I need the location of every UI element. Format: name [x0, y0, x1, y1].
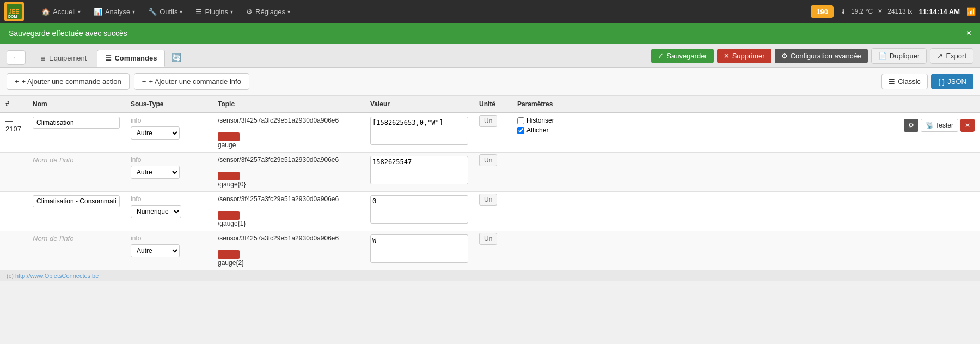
topic-redbox [218, 132, 240, 141]
accueil-caret: ▾ [78, 9, 81, 15]
commandes-icon: ☰ [105, 54, 112, 62]
historiser-checkbox[interactable] [517, 117, 524, 124]
svg-text:JEE: JEE [9, 9, 19, 15]
cell-name: Nom de l'info [27, 231, 125, 270]
add-action-command-button[interactable]: + + Ajouter une commande action [7, 73, 130, 90]
topic-path: /sensor/3f4257a3fc29e51a2930d0a906e6 [218, 156, 359, 164]
plus-icon-action: + [15, 77, 19, 86]
export-button[interactable]: ↗ Export [930, 48, 973, 64]
afficher-label: Afficher [517, 126, 554, 134]
sous-type-select[interactable]: Numérique [131, 205, 181, 218]
footer: (c) http://www.ObjetsConnectes.be [0, 270, 980, 281]
param-buttons: ⚙ 📡 Tester ✕ [904, 119, 975, 132]
back-button[interactable]: ← [7, 50, 26, 65]
name-placeholder: Nom de l'info [33, 156, 74, 164]
reglages-icon: ⚙ [246, 8, 253, 16]
cell-sous-type: info Numérique [125, 192, 212, 231]
table-row: info Numérique /sensor/3f4257a3fc29e51a2… [0, 192, 980, 231]
classic-view-button[interactable]: ☰ Classic [881, 74, 928, 89]
cell-name [27, 113, 125, 153]
cell-topic: /sensor/3f4257a3fc29e51a2930d0a906e6 gau… [212, 231, 365, 270]
weather-display: 🌡 19.2 °C ☀ 24113 lx [840, 8, 912, 15]
valeur-input[interactable]: [1582625653,0,"W"] [370, 117, 468, 145]
topic-suffix: /gauge{0} [218, 180, 359, 188]
analyse-caret: ▾ [132, 9, 135, 15]
row-delete-button[interactable]: ✕ [960, 119, 975, 132]
cell-unite: Un [474, 113, 512, 153]
delete-icon: ✕ [724, 52, 730, 60]
topnav-right: 190 🌡 19.2 °C ☀ 24113 lx 11:14:14 AM 📶 [811, 5, 976, 18]
logo-icon: JEE DOM [4, 2, 24, 21]
json-view-button[interactable]: { } JSON [931, 74, 973, 89]
home-icon: 🏠 [41, 8, 50, 16]
light-value: 24113 lx [887, 8, 912, 15]
cell-valeur: 1582625547 [365, 153, 474, 192]
refresh-button[interactable]: 🔄 [167, 50, 186, 65]
sous-type-label: info [131, 117, 207, 124]
commands-table-area: # Nom Sous-Type Topic Valeur Unité Param… [0, 96, 980, 270]
col-sous-type: Sous-Type [125, 96, 212, 113]
col-unite: Unité [474, 96, 512, 113]
analyse-icon: 📊 [94, 8, 102, 16]
success-notification: Sauvegarde effectuée avec succès × [0, 23, 980, 44]
save-button[interactable]: ✓ Sauvegarder [651, 49, 713, 63]
sous-type-select[interactable]: Autre [131, 166, 180, 179]
nav-accueil[interactable]: 🏠 Accueil ▾ [35, 0, 87, 23]
topic-path: /sensor/3f4257a3fc29e51a2930d0a906e6 [218, 117, 359, 124]
row-id: 2107 [5, 125, 21, 133]
close-notification-button[interactable]: × [966, 28, 971, 38]
sous-type-select[interactable]: Autre [131, 244, 180, 257]
topic-path: /sensor/3f4257a3fc29e51a2930d0a906e6 [218, 234, 359, 242]
name-placeholder: Nom de l'info [33, 234, 74, 243]
svg-text:DOM: DOM [8, 15, 17, 19]
plus-icon-info: + [142, 77, 146, 86]
antenna-icon: 📡 [926, 122, 934, 129]
valeur-input[interactable]: 0 [370, 195, 468, 224]
tab-commandes[interactable]: ☰ Commandes [97, 50, 165, 67]
sous-type-label: info [131, 195, 207, 203]
logo[interactable]: JEE DOM [4, 2, 26, 21]
footer-link[interactable]: http://www.ObjetsConnectes.be [15, 273, 99, 279]
cell-valeur: [1582625653,0,"W"] [365, 113, 474, 153]
cell-sous-type: info Autre [125, 153, 212, 192]
sous-type-label: info [131, 234, 207, 242]
sous-type-select[interactable]: Autre [131, 126, 180, 140]
tab-equipement[interactable]: 🖥 Equipement [31, 50, 95, 66]
nav-reglages[interactable]: ⚙ Réglages ▾ [240, 0, 297, 23]
duplicate-button[interactable]: 📄 Dupliquer [871, 48, 927, 64]
name-input[interactable] [33, 117, 120, 129]
outils-caret: ▾ [180, 9, 182, 15]
add-info-command-button[interactable]: + + Ajouter une commande info [134, 73, 249, 90]
save-icon: ✓ [658, 52, 664, 60]
tester-button[interactable]: 📡 Tester [921, 119, 958, 132]
cell-sous-type: info Autre [125, 113, 212, 153]
row-minus[interactable]: — [5, 117, 13, 125]
afficher-checkbox[interactable] [517, 127, 524, 134]
cell-topic: /sensor/3f4257a3fc29e51a2930d0a906e6 gau… [212, 113, 365, 153]
notification-badge[interactable]: 190 [811, 5, 834, 18]
cell-hash [0, 153, 27, 192]
temperature-value: 19.2 °C [851, 8, 873, 15]
delete-button[interactable]: ✕ Supprimer [717, 49, 771, 63]
action-buttons: ✓ Sauvegarder ✕ Supprimer ⚙ Configuratio… [651, 48, 973, 67]
valeur-input[interactable]: W [370, 234, 468, 263]
nav-outils[interactable]: 🔧 Outils ▾ [142, 0, 189, 23]
table-row: Nom de l'info info Autre /sensor/3f4257a… [0, 231, 980, 270]
col-valeur: Valeur [365, 96, 474, 113]
col-nom: Nom [27, 96, 125, 113]
gear-button[interactable]: ⚙ [904, 119, 918, 132]
nav-plugins[interactable]: ☰ Plugins ▾ [189, 0, 240, 23]
col-hash: # [0, 96, 27, 113]
cell-valeur: 0 [365, 192, 474, 231]
advanced-config-button[interactable]: ⚙ Configuration avancée [775, 49, 868, 63]
nav-analyse[interactable]: 📊 Analyse ▾ [87, 0, 142, 23]
col-topic: Topic [212, 96, 365, 113]
cell-params [512, 153, 980, 192]
name-input[interactable] [33, 195, 120, 207]
plugins-icon: ☰ [195, 8, 202, 16]
commands-action-row: + + Ajouter une commande action + + Ajou… [0, 68, 980, 96]
valeur-input[interactable]: 1582625547 [370, 156, 468, 184]
cell-topic: /sensor/3f4257a3fc29e51a2930d0a906e6 /ga… [212, 192, 365, 231]
cell-params: Historiser Afficher ⚙ 📡 Tester ✕ [512, 113, 980, 153]
topic-suffix: gauge [218, 141, 359, 149]
